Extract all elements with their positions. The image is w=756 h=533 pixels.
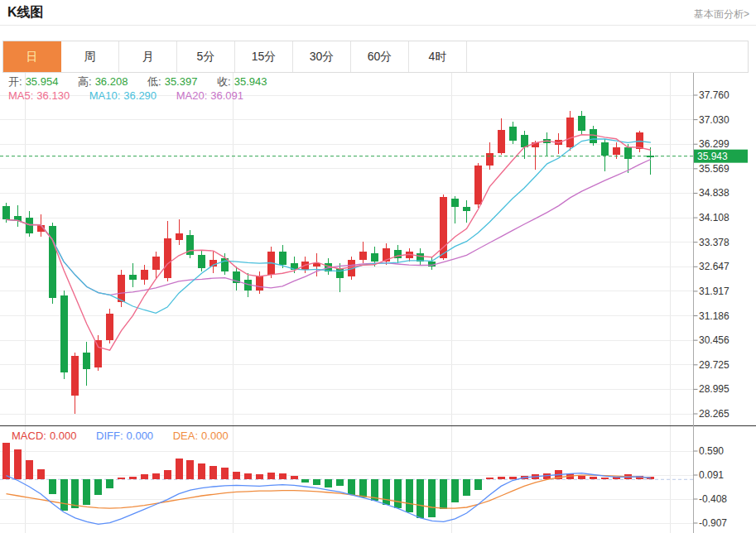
ma5-value: 36.130 <box>36 89 70 102</box>
y-axis-label: 0.590 <box>699 445 724 457</box>
candle-body <box>601 142 609 156</box>
macd-bar <box>106 479 113 487</box>
y-axis-label: -0.408 <box>699 493 727 505</box>
candle <box>313 253 320 276</box>
y-axis-label: 35.569 <box>699 163 730 175</box>
candle-body <box>2 206 10 219</box>
macd-bar <box>601 478 609 479</box>
tab-15分[interactable]: 15分 <box>235 41 293 72</box>
candle <box>474 163 482 209</box>
candle <box>532 141 539 169</box>
candle <box>394 245 402 263</box>
macd-bar <box>221 468 229 479</box>
candle-body <box>498 130 505 153</box>
candle <box>451 196 459 223</box>
candle <box>428 257 436 270</box>
candle <box>440 194 447 260</box>
y-axis-label: 31.186 <box>699 310 730 322</box>
candle-body <box>486 153 494 166</box>
candle <box>106 309 113 344</box>
macd-bar <box>141 474 148 479</box>
candle <box>164 221 171 281</box>
macd-histogram <box>2 443 654 518</box>
macd-bar <box>152 473 160 480</box>
tab-日[interactable]: 日 <box>3 41 61 72</box>
candle-body <box>198 255 205 268</box>
y-axis-label: -0.907 <box>699 517 727 529</box>
candle <box>198 250 205 271</box>
macd-bar <box>394 479 402 508</box>
close-value: 35.943 <box>234 75 267 88</box>
ma-legend-row: MA5:36.130 MA10:36.290 MA20:36.091 <box>8 89 260 102</box>
open-value: 35.954 <box>26 75 59 88</box>
dea-value: 0.000 <box>201 430 229 442</box>
candle <box>256 271 263 293</box>
candle-body <box>83 353 90 369</box>
candle-body <box>566 118 574 147</box>
candle <box>383 243 390 265</box>
candle <box>509 122 517 144</box>
y-axis-label: 32.647 <box>699 261 730 272</box>
candle <box>209 252 217 273</box>
diff-value: 0.000 <box>127 430 154 442</box>
candle-body <box>521 135 528 147</box>
y-axis-label: 37.030 <box>699 114 730 126</box>
macd-bar <box>26 460 33 479</box>
page-header: K线图 基本面分析> <box>0 0 756 26</box>
ohlc-row: 开:35.954 高:36.208 低:35.397 收:35.943 <box>8 74 283 89</box>
macd-bar <box>176 459 183 480</box>
ma10-value: 36.290 <box>123 89 156 102</box>
tab-30分[interactable]: 30分 <box>293 41 351 72</box>
ma10-label: MA10: <box>89 89 121 102</box>
candle <box>176 219 183 244</box>
page-title: K线图 <box>7 4 44 22</box>
y-axis-label: 36.299 <box>699 138 730 150</box>
candle-body <box>118 275 125 301</box>
y-axis-label: 34.838 <box>699 187 730 199</box>
macd-bar <box>359 479 367 497</box>
macd-bar <box>256 474 263 479</box>
candle-body <box>336 268 344 278</box>
diff-label: DIFF: <box>96 430 123 442</box>
low-label: 低: <box>147 75 161 88</box>
macd-bar <box>428 479 436 516</box>
macd-label: MACD: <box>12 430 46 442</box>
macd-bar <box>164 470 171 480</box>
tab-4时[interactable]: 4时 <box>409 41 467 72</box>
macd-bar <box>279 473 287 479</box>
macd-value: 0.000 <box>50 430 77 442</box>
fundamental-analysis-link[interactable]: 基本面分析> <box>694 7 749 22</box>
tab-60分[interactable]: 60分 <box>351 41 409 72</box>
y-axis-label: 33.378 <box>699 237 730 248</box>
macd-bar <box>463 479 470 496</box>
tab-周[interactable]: 周 <box>61 41 119 72</box>
candle-body <box>509 127 517 141</box>
tab-5分[interactable]: 5分 <box>177 41 235 72</box>
macd-bar <box>313 479 320 485</box>
macd-bar <box>451 479 459 502</box>
macd-bar <box>348 479 355 495</box>
ma20-value: 36.091 <box>210 89 243 102</box>
y-axis-label: 0.091 <box>699 469 724 481</box>
tab-月[interactable]: 月 <box>119 41 177 72</box>
candle-body <box>164 238 171 279</box>
macd-bar <box>14 449 22 479</box>
macd-bar <box>209 466 217 479</box>
y-axis-label: 28.995 <box>699 383 730 395</box>
macd-bar <box>417 479 424 517</box>
y-axis: 37.76037.03036.29935.56934.83834.10833.3… <box>694 73 730 533</box>
candle-body <box>129 275 137 280</box>
candle-body <box>359 252 367 260</box>
macd-bar <box>94 479 102 495</box>
open-label: 开: <box>8 75 22 88</box>
candle-body <box>624 147 632 158</box>
candle <box>60 291 68 379</box>
macd-bar <box>291 476 298 480</box>
y-axis-label: 31.917 <box>699 286 730 297</box>
macd-bar <box>60 479 68 511</box>
y-axis-label: 37.760 <box>699 89 730 101</box>
candle <box>336 263 344 291</box>
macd-bar <box>440 479 447 509</box>
macd-bar <box>37 469 45 480</box>
candle <box>555 133 562 153</box>
